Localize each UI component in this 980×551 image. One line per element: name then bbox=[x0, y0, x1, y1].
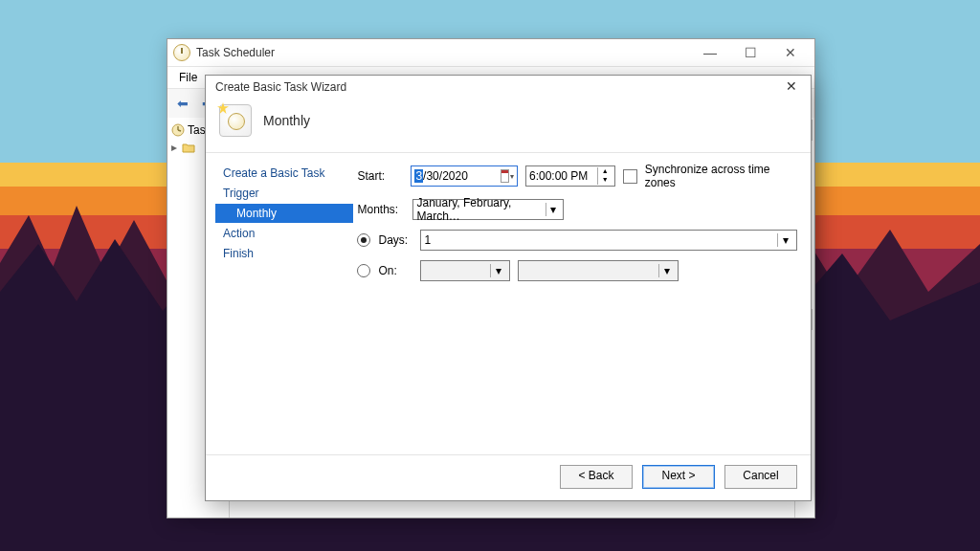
back-button[interactable]: < Back bbox=[560, 465, 633, 489]
wizard-buttons: < Back Next > Cancel bbox=[206, 454, 811, 500]
label-months: Months: bbox=[357, 203, 405, 216]
task-scheduler-icon bbox=[173, 44, 190, 61]
row-days: Days: 1 ▾ bbox=[357, 230, 797, 251]
wizard-form: Start: 3 /30/2020 ▾ 6:00:00 PM ▲ bbox=[353, 153, 811, 454]
date-picker-button[interactable]: ▾ bbox=[501, 169, 514, 183]
days-value: 1 bbox=[424, 233, 431, 247]
label-start: Start: bbox=[357, 169, 403, 183]
row-start: Start: 3 /30/2020 ▾ 6:00:00 PM ▲ bbox=[357, 163, 797, 189]
desktop-wallpaper: Task Scheduler — ☐ ✕ File ⬅ ➡ ⮝ Task bbox=[0, 0, 980, 551]
cancel-button[interactable]: Cancel bbox=[724, 465, 797, 489]
chevron-down-icon: ▾ bbox=[510, 172, 514, 181]
chevron-down-icon: ▾ bbox=[658, 264, 675, 277]
chevron-up-icon[interactable]: ▲ bbox=[598, 167, 612, 176]
time-spinner[interactable]: ▲ ▼ bbox=[597, 167, 612, 185]
start-time-input[interactable]: 6:00:00 PM ▲ ▼ bbox=[525, 165, 615, 187]
calendar-icon bbox=[501, 169, 509, 183]
close-button[interactable]: ✕ bbox=[770, 42, 811, 63]
label-sync: Synchronize across time zones bbox=[645, 163, 797, 189]
start-date-rest: /30/2020 bbox=[423, 169, 468, 183]
months-value: January, February, March… bbox=[416, 196, 545, 223]
step-finish[interactable]: Finish bbox=[215, 244, 353, 263]
chevron-down-icon: ▾ bbox=[546, 203, 561, 216]
wizard-steps: Create a Basic Task Trigger Monthly Acti… bbox=[206, 153, 353, 454]
wizard-heading: Monthly bbox=[263, 113, 310, 128]
days-radio[interactable] bbox=[357, 233, 370, 247]
wizard-title: Create Basic Task Wizard bbox=[215, 80, 778, 94]
chevron-down-icon: ▾ bbox=[777, 233, 793, 247]
chevron-right-icon: ▸ bbox=[171, 141, 179, 154]
wizard-header: Monthly bbox=[206, 99, 811, 153]
wizard-icon bbox=[219, 104, 252, 137]
row-months: Months: January, February, March… ▾ bbox=[357, 199, 797, 220]
chevron-down-icon: ▾ bbox=[490, 264, 506, 277]
start-time-value: 6:00:00 PM bbox=[529, 169, 588, 183]
chevron-down-icon[interactable]: ▼ bbox=[598, 176, 612, 185]
next-button[interactable]: Next > bbox=[642, 465, 715, 489]
main-title: Task Scheduler bbox=[196, 39, 275, 66]
menu-file[interactable]: File bbox=[171, 69, 205, 86]
start-date-input[interactable]: 3 /30/2020 ▾ bbox=[411, 165, 518, 187]
on-weekday-combo: ▾ bbox=[518, 260, 679, 281]
label-on: On: bbox=[378, 264, 412, 277]
task-scheduler-icon bbox=[171, 123, 185, 137]
step-trigger[interactable]: Trigger bbox=[215, 184, 353, 203]
days-combo[interactable]: 1 ▾ bbox=[420, 230, 797, 251]
on-ordinal-combo: ▾ bbox=[420, 260, 510, 281]
wizard-close-button[interactable]: ✕ bbox=[778, 77, 805, 97]
label-days: Days: bbox=[378, 233, 412, 247]
maximize-button[interactable]: ☐ bbox=[730, 42, 770, 63]
sync-timezones-checkbox[interactable] bbox=[623, 169, 636, 184]
nav-back-button[interactable]: ⬅ bbox=[171, 92, 194, 115]
folder-icon bbox=[182, 141, 195, 154]
months-combo[interactable]: January, February, March… ▾ bbox=[412, 199, 564, 220]
main-titlebar[interactable]: Task Scheduler — ☐ ✕ bbox=[167, 39, 814, 67]
create-basic-task-wizard: Create Basic Task Wizard ✕ Monthly Creat… bbox=[205, 75, 812, 501]
svg-line-4 bbox=[178, 130, 181, 131]
step-create[interactable]: Create a Basic Task bbox=[215, 164, 353, 183]
step-monthly[interactable]: Monthly bbox=[215, 204, 353, 223]
start-date-selected: 3 bbox=[414, 169, 423, 183]
on-radio[interactable] bbox=[357, 264, 370, 277]
step-action[interactable]: Action bbox=[215, 224, 353, 243]
minimize-button[interactable]: — bbox=[690, 42, 730, 63]
wizard-titlebar[interactable]: Create Basic Task Wizard ✕ bbox=[206, 76, 811, 99]
row-on: On: ▾ ▾ bbox=[357, 260, 797, 281]
